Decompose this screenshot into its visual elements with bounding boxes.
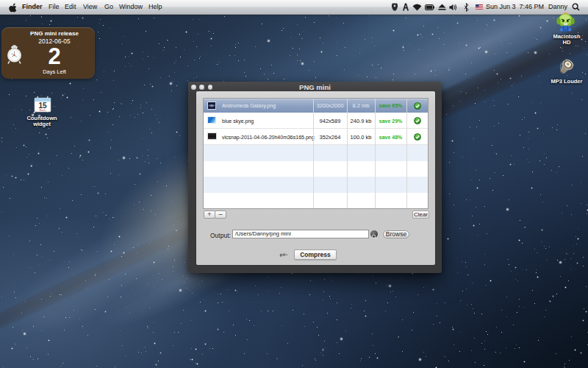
svg-text:March: March — [40, 109, 46, 112]
